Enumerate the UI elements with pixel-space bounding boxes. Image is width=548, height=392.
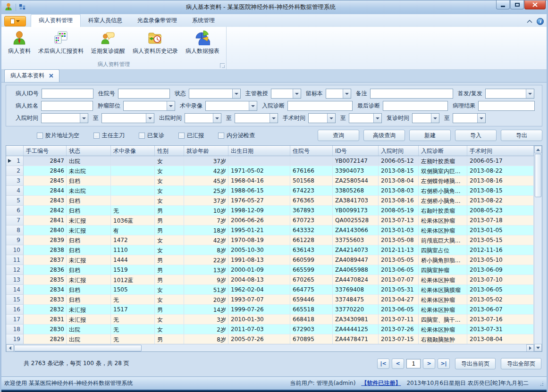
registered-link[interactable]: 【软件已注册】 [361,379,401,387]
col-admit-diagnosis[interactable]: 入院诊断 [419,146,467,156]
maximize-button[interactable] [510,0,524,9]
tab-disc-tape-management[interactable]: 光盘录像带管理 [130,15,185,27]
patient-name-field[interactable] [41,101,93,111]
col-manual-no[interactable]: 手工编号 [24,146,67,156]
surgery-date-from[interactable] [308,113,336,123]
col-id-no[interactable]: ID号 [333,146,379,156]
table-row[interactable]: 132835未汇报1012蓝男9岁2004-08-13670265ZA44708… [6,275,534,285]
row-header-cell[interactable]: 4 [6,186,24,196]
minimize-button[interactable] [496,0,510,9]
tumor-site-select[interactable] [123,101,175,111]
quick-access-layout-icon[interactable] [19,3,26,12]
table-row[interactable]: 182830出院无女2岁2011-07-03672903ZA4444125201… [6,325,534,334]
tab-system-management[interactable]: 系统管理 [185,15,222,27]
query-button[interactable]: 查询 [318,130,359,141]
scroll-up-button[interactable] [534,146,542,153]
row-header-cell[interactable]: 11 [6,255,24,265]
close-button[interactable] [524,0,546,9]
col-age[interactable]: 就诊年龄 [184,146,228,156]
horizontal-scrollbar-thumb[interactable] [14,345,142,351]
scroll-down-button[interactable] [534,344,542,351]
table-row[interactable]: 22846未出院女42岁1971-05-02676166339040732013… [6,166,534,176]
help-button[interactable]: i [537,18,544,25]
film-address-empty-checkbox[interactable]: 胶片地址为空 [37,132,79,140]
row-header-cell[interactable]: 13 [6,275,24,285]
horizontal-scrollbar[interactable] [6,344,534,351]
pathology-result-field[interactable] [478,101,535,111]
tab-department-staff[interactable]: 科室人员信息 [81,15,130,27]
row-header-cell[interactable]: 3 [6,176,24,186]
table-row[interactable]: 92839归档1472女42岁1970-08-19661228337556032… [6,235,534,245]
dialog-launcher-icon[interactable] [220,63,225,68]
admission-no-field[interactable] [118,89,170,99]
discharge-date-from[interactable] [185,113,221,123]
revisit-date-from[interactable] [412,113,439,123]
vertical-scrollbar[interactable] [534,146,542,351]
scroll-left-button[interactable] [6,344,14,351]
row-header-cell[interactable]: 10 [6,245,24,255]
admit-date-from[interactable] [41,113,88,123]
export-button[interactable]: 导出 [501,130,542,141]
document-tab-patient-basic-info[interactable]: 病人基本资料 [4,69,59,82]
tab-patient-management[interactable]: 病人资料管理 [31,14,81,27]
table-row[interactable]: 42844未出院女25岁1988-06-15674223338052682013… [6,186,534,196]
row-header-cell[interactable]: 16 [6,305,24,315]
table-row[interactable]: 142834归档1505女51岁1962-02-0466477533769408… [6,285,534,295]
pager-first-button[interactable]: |< [377,359,389,369]
pager-last-button[interactable]: >| [438,359,450,369]
remark-field[interactable] [370,89,453,99]
col-surgery-date[interactable]: 手术时间 [467,146,534,156]
row-header-cell[interactable]: 2 [6,166,24,176]
table-row[interactable]: 102838归档1110女8岁2005-10-30636143ZA4214073… [6,245,534,255]
revisit-reminder-button[interactable]: 近期复诊提醒 [87,28,129,56]
data-report-button[interactable]: 病人数据报表 [182,28,223,56]
table-row[interactable]: 112837未汇报1444男22岁1991-08-13660599ZA40894… [6,255,534,265]
vertical-scrollbar-thumb[interactable] [535,154,541,197]
first-recurrence-select[interactable] [485,89,534,99]
endocrine-exam-checkbox[interactable]: 内分泌检查 [218,132,255,140]
row-header-cell[interactable]: 15 [6,295,24,305]
specimen-select[interactable] [326,89,351,99]
table-row[interactable]: 172831未汇报无女3岁2010-01-30668418ZA343098120… [6,315,534,325]
row-header-cell[interactable]: 6 [6,206,24,216]
professor-select[interactable] [271,89,301,99]
row-header-cell[interactable]: 5 [6,196,24,206]
new-button[interactable]: 新建 [409,130,451,141]
revisit-date-to[interactable] [453,113,486,123]
reported-checkbox[interactable]: 已汇报 [178,132,204,140]
table-row[interactable]: 52843归档女37岁1976-05-27676365ZA38417032013… [6,196,534,206]
row-header-cell[interactable]: 18 [6,325,24,334]
table-row[interactable]: 82840未汇报有男18岁1995-01-21643332ZA414306620… [6,225,534,235]
table-row[interactable]: 152833归档无女20岁1993-07-0765944633748475201… [6,295,534,305]
row-header-cell[interactable]: 1 [6,156,24,166]
table-row[interactable]: 122836归档1519男13岁2000-01-09665599ZA406598… [6,265,534,275]
history-record-button[interactable]: 病人资料历史记录 [129,28,182,56]
col-birth-date[interactable]: 出生日期 [228,146,290,156]
pager-prev-button[interactable]: < [392,359,404,369]
chief-surgeon-checkbox[interactable]: 主任主刀 [93,132,125,140]
row-header-cell[interactable]: 8 [6,225,24,235]
admit-diagnosis-field[interactable] [287,101,353,111]
patient-id-field[interactable] [42,89,93,99]
scroll-right-button[interactable] [526,344,534,351]
status-select[interactable] [189,89,241,99]
col-admission-no[interactable]: 住院号 [290,146,333,156]
postop-report-button[interactable]: 术后病人汇报资料 [34,28,87,56]
row-header-cell[interactable]: 12 [6,265,24,275]
resize-grip[interactable] [538,381,544,386]
application-menu-button[interactable] [4,16,26,26]
collapse-ribbon-button[interactable] [526,19,533,24]
table-row[interactable]: 192829出院无男8岁2005-07-26670895ZA4478471201… [6,334,534,344]
video-select[interactable] [205,101,257,111]
table-row[interactable]: 12847出院女37岁YB00721472006-05-12左额叶胶质瘤2006… [6,156,534,166]
discharge-date-to[interactable] [235,113,278,123]
row-header-cell[interactable]: 7 [6,216,24,225]
export-current-page-button[interactable]: 导出当前页 [455,358,496,369]
table-row[interactable]: 162832未汇报1517男14岁1999-07-266655183377022… [6,305,534,315]
surgery-date-to[interactable] [349,113,382,123]
revisited-checkbox[interactable]: 已复诊 [139,132,164,140]
col-gender[interactable]: 性别 [155,146,184,156]
pager-next-button[interactable]: > [423,359,435,369]
patient-info-button[interactable]: 病人资料 [4,28,34,56]
tab-close-icon[interactable] [49,74,53,78]
